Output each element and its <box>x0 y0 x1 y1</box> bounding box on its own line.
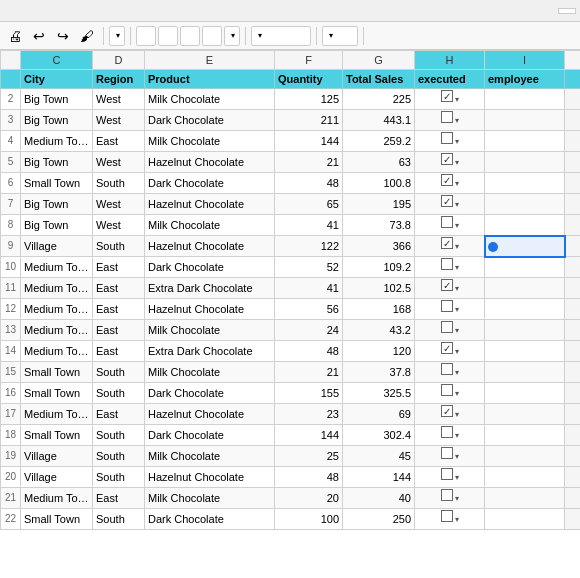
checkbox-executed[interactable] <box>441 153 453 165</box>
cell-employee[interactable] <box>485 173 565 194</box>
checkbox-executed[interactable] <box>441 216 453 228</box>
col-header-F[interactable]: F <box>275 51 343 70</box>
checkbox-executed[interactable] <box>441 258 453 270</box>
cell-total-sales[interactable]: 45 <box>343 446 415 467</box>
cell-total-sales[interactable]: 73.8 <box>343 215 415 236</box>
cell-total-sales[interactable]: 63 <box>343 152 415 173</box>
font-size-selector[interactable]: ▾ <box>322 26 358 46</box>
cell-city[interactable]: Big Town <box>21 89 93 110</box>
cell-quantity[interactable]: 48 <box>275 341 343 362</box>
dropdown-arrow-icon[interactable]: ▾ <box>455 116 459 125</box>
cell-region[interactable]: East <box>93 131 145 152</box>
cell-employee[interactable] <box>485 404 565 425</box>
cell-quantity[interactable]: 144 <box>275 131 343 152</box>
cell-region[interactable]: South <box>93 467 145 488</box>
cell-employee[interactable] <box>485 278 565 299</box>
cell-product[interactable]: Dark Chocolate <box>145 173 275 194</box>
dropdown-arrow-icon[interactable]: ▾ <box>455 473 459 482</box>
cell-product[interactable]: Milk Chocolate <box>145 320 275 341</box>
cell-city[interactable]: Medium Town <box>21 257 93 278</box>
cell-city[interactable]: Medium Town <box>21 488 93 509</box>
dropdown-arrow-icon[interactable]: ▾ <box>455 179 459 188</box>
cell-city[interactable]: Village <box>21 236 93 257</box>
cell-executed[interactable]: ▾ <box>415 215 485 236</box>
cell-total-sales[interactable]: 225 <box>343 89 415 110</box>
header-quantity[interactable]: Quantity <box>275 70 343 89</box>
cell-quantity[interactable]: 23 <box>275 404 343 425</box>
cell-total-sales[interactable]: 144 <box>343 467 415 488</box>
cell-executed[interactable]: ▾ <box>415 488 485 509</box>
dropdown-arrow-icon[interactable]: ▾ <box>455 431 459 440</box>
cell-region[interactable]: East <box>93 299 145 320</box>
cell-employee[interactable] <box>485 215 565 236</box>
dropdown-arrow-icon[interactable]: ▾ <box>455 200 459 209</box>
cell-executed[interactable]: ▾ <box>415 446 485 467</box>
cell-quantity[interactable]: 20 <box>275 488 343 509</box>
cell-quantity[interactable]: 21 <box>275 362 343 383</box>
cell-employee[interactable] <box>485 89 565 110</box>
cell-product[interactable]: Milk Chocolate <box>145 215 275 236</box>
cell-city[interactable]: Village <box>21 446 93 467</box>
checkbox-executed[interactable] <box>441 426 453 438</box>
cell-city[interactable]: Small Town <box>21 509 93 530</box>
checkbox-executed[interactable] <box>441 279 453 291</box>
dropdown-arrow-icon[interactable]: ▾ <box>455 221 459 230</box>
cell-total-sales[interactable]: 43.2 <box>343 320 415 341</box>
cell-quantity[interactable]: 125 <box>275 89 343 110</box>
cell-employee[interactable] <box>485 362 565 383</box>
checkbox-executed[interactable] <box>441 237 453 249</box>
cell-city[interactable]: Medium Town <box>21 278 93 299</box>
cell-employee[interactable] <box>485 152 565 173</box>
cell-total-sales[interactable]: 443.1 <box>343 110 415 131</box>
cell-region[interactable]: South <box>93 236 145 257</box>
cell-quantity[interactable]: 48 <box>275 467 343 488</box>
checkbox-executed[interactable] <box>441 468 453 480</box>
header-total-sales[interactable]: Total Sales <box>343 70 415 89</box>
header-employee[interactable]: employee <box>485 70 565 89</box>
col-header-D[interactable]: D <box>93 51 145 70</box>
decimal-inc-button[interactable] <box>202 26 222 46</box>
cell-employee[interactable] <box>485 509 565 530</box>
cell-employee[interactable] <box>485 341 565 362</box>
cell-quantity[interactable]: 144 <box>275 425 343 446</box>
cell-quantity[interactable]: 25 <box>275 446 343 467</box>
cell-employee[interactable] <box>485 257 565 278</box>
cell-employee[interactable] <box>485 110 565 131</box>
cell-product[interactable]: Dark Chocolate <box>145 509 275 530</box>
cell-city[interactable]: Small Town <box>21 383 93 404</box>
cell-employee[interactable] <box>485 488 565 509</box>
cell-executed[interactable]: ▾ <box>415 257 485 278</box>
checkbox-executed[interactable] <box>441 447 453 459</box>
format-selector[interactable]: ▾ <box>224 26 240 46</box>
cell-city[interactable]: Big Town <box>21 194 93 215</box>
cell-total-sales[interactable]: 250 <box>343 509 415 530</box>
cell-total-sales[interactable]: 168 <box>343 299 415 320</box>
cell-product[interactable]: Dark Chocolate <box>145 383 275 404</box>
dropdown-arrow-icon[interactable]: ▾ <box>455 326 459 335</box>
header-region[interactable]: Region <box>93 70 145 89</box>
cell-employee[interactable] <box>485 194 565 215</box>
cell-total-sales[interactable]: 37.8 <box>343 362 415 383</box>
col-header-C[interactable]: C <box>21 51 93 70</box>
cell-executed[interactable]: ▾ <box>415 152 485 173</box>
cell-city[interactable]: Big Town <box>21 110 93 131</box>
cell-total-sales[interactable]: 100.8 <box>343 173 415 194</box>
cell-quantity[interactable]: 100 <box>275 509 343 530</box>
cell-total-sales[interactable]: 195 <box>343 194 415 215</box>
cell-quantity[interactable]: 211 <box>275 110 343 131</box>
checkbox-executed[interactable] <box>441 384 453 396</box>
cell-quantity[interactable]: 65 <box>275 194 343 215</box>
checkbox-executed[interactable] <box>441 90 453 102</box>
cell-product[interactable]: Dark Chocolate <box>145 425 275 446</box>
cell-product[interactable]: Dark Chocolate <box>145 257 275 278</box>
cell-region[interactable]: West <box>93 152 145 173</box>
cell-region[interactable]: South <box>93 509 145 530</box>
cell-quantity[interactable]: 41 <box>275 215 343 236</box>
dropdown-arrow-icon[interactable]: ▾ <box>455 389 459 398</box>
cell-quantity[interactable]: 24 <box>275 320 343 341</box>
checkbox-executed[interactable] <box>441 510 453 522</box>
cell-region[interactable]: South <box>93 446 145 467</box>
cell-executed[interactable]: ▾ <box>415 425 485 446</box>
cell-total-sales[interactable]: 102.5 <box>343 278 415 299</box>
cell-region[interactable]: East <box>93 488 145 509</box>
